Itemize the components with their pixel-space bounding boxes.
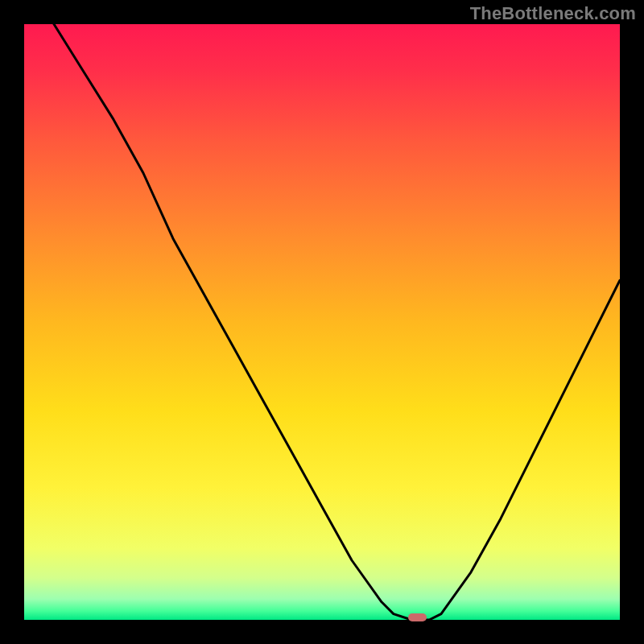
- watermark-label: TheBottleneck.com: [470, 3, 636, 24]
- curve-svg: [24, 24, 620, 620]
- optimum-marker: [408, 613, 427, 621]
- plot-area: [24, 24, 620, 620]
- bottleneck-curve: [54, 24, 620, 620]
- chart-frame: TheBottleneck.com: [0, 0, 644, 644]
